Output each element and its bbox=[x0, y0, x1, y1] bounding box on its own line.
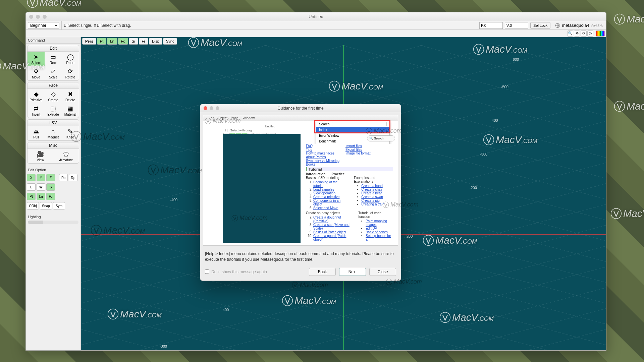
grid-tick: 200 bbox=[407, 234, 413, 238]
doc-link: Create a bear bbox=[361, 191, 382, 195]
view-tab-fc[interactable]: Fc bbox=[118, 38, 128, 45]
cmd-move[interactable]: ✥Move bbox=[28, 66, 45, 80]
cmd-label: Knife bbox=[66, 135, 74, 139]
cmd-delete[interactable]: ✖Delete bbox=[62, 89, 79, 103]
view-tab-ln[interactable]: Ln bbox=[107, 38, 117, 45]
cmd-label: Scale bbox=[49, 75, 57, 79]
view-tab-disp[interactable]: Disp bbox=[149, 38, 162, 45]
intro-heading: Introduction bbox=[306, 172, 325, 176]
back-button[interactable]: Back bbox=[309, 268, 336, 276]
status-hint: L=Select single. ⇧L=Select with drag. bbox=[61, 21, 477, 29]
lighting-slider[interactable] bbox=[28, 221, 78, 224]
window-title: Untitled bbox=[26, 14, 606, 19]
face-count[interactable]: F:0 bbox=[479, 22, 503, 29]
view-tab-pers[interactable]: Pers bbox=[82, 38, 96, 45]
dialog-buttons: Don't show this message again Back Next … bbox=[200, 265, 401, 281]
cmd-knife[interactable]: ✎Knife bbox=[62, 126, 79, 140]
edit-option-title: Edit Option bbox=[26, 167, 80, 173]
practice-heading: Practice bbox=[331, 172, 344, 176]
doc-link: Creating a train bbox=[361, 202, 384, 206]
cmd-extrude[interactable]: ⬚Extrude bbox=[45, 103, 62, 118]
cmd-view[interactable]: 🎥View bbox=[28, 149, 53, 163]
dont-show-checkbox[interactable]: Don't show this message again bbox=[205, 269, 267, 274]
cmd-group-l&v: L&V⛰Pull∩Magnet✎Knife bbox=[27, 119, 79, 141]
sym-button[interactable]: Sym bbox=[53, 202, 65, 209]
rc-button[interactable]: Rc bbox=[59, 174, 68, 181]
lighting-title: Lighting bbox=[26, 214, 80, 220]
armature-icon: ⬠ bbox=[61, 150, 71, 158]
tutorial-heading: Tutorial bbox=[306, 167, 393, 171]
pan-icon[interactable]: ✥ bbox=[574, 31, 580, 37]
grid-tick: 400 bbox=[223, 308, 229, 312]
axis-y-toggle[interactable]: Y bbox=[37, 174, 45, 181]
cmd-magnet[interactable]: ∩Magnet bbox=[45, 126, 62, 140]
pt-toggle[interactable]: Pt bbox=[27, 193, 36, 200]
cmd-create[interactable]: ◇Create bbox=[45, 89, 62, 103]
rotate-view-icon[interactable]: ⟳ bbox=[581, 31, 587, 37]
view-tab-pt[interactable]: Pt bbox=[97, 38, 106, 45]
screen-toggle[interactable]: S bbox=[46, 183, 55, 191]
snap-button[interactable]: Snap bbox=[40, 202, 52, 209]
axis-z-toggle[interactable]: Z bbox=[46, 174, 55, 181]
func-label: Tutorial of each function bbox=[358, 211, 381, 219]
vertex-count[interactable]: V:0 bbox=[505, 22, 528, 29]
orbit-icon[interactable]: ◎ bbox=[587, 31, 593, 37]
cmd-invert[interactable]: ⇄Invert bbox=[28, 103, 45, 118]
cmd-pull[interactable]: ⛰Pull bbox=[28, 126, 45, 140]
doc-link: Tips bbox=[306, 148, 312, 152]
view-tab-si[interactable]: Si bbox=[129, 38, 138, 45]
doc-link: Symmetry vs Mirroring bbox=[306, 159, 339, 163]
grid-tick: -500 bbox=[501, 85, 508, 89]
mode-select-label: Beginner bbox=[30, 23, 46, 28]
help-index-row: Index bbox=[316, 127, 389, 133]
view-tab-fr[interactable]: Fr bbox=[139, 38, 148, 45]
close-button[interactable]: Close bbox=[369, 268, 396, 276]
cmd-rotate[interactable]: ⟳Rotate bbox=[62, 66, 79, 80]
cmd-label: Pull bbox=[33, 135, 39, 139]
doc-link: Basic of bones bbox=[366, 230, 388, 234]
cobj-button[interactable]: CObj bbox=[27, 202, 39, 209]
chevron-down-icon: ▾ bbox=[55, 23, 57, 28]
delete-icon: ✖ bbox=[66, 90, 75, 98]
examples-label: Examples and Explanations bbox=[354, 176, 375, 183]
cmd-rope[interactable]: ◯Rope bbox=[62, 52, 79, 66]
doc-link: Image file format bbox=[345, 152, 370, 155]
sel-lock-button[interactable]: Sel Lock bbox=[530, 22, 550, 29]
help-search-row: Search bbox=[316, 121, 389, 127]
next-button[interactable]: Next bbox=[339, 268, 366, 276]
ln-toggle[interactable]: Ln bbox=[37, 193, 45, 200]
doc-link: Setting bones for a bbox=[366, 234, 391, 241]
doc-link: Create a primitive bbox=[313, 195, 339, 199]
color-gradient-icon[interactable] bbox=[596, 31, 605, 37]
cmd-rect[interactable]: ▭Rect bbox=[45, 52, 62, 66]
checkbox-icon[interactable] bbox=[205, 269, 209, 274]
rp-button[interactable]: Rp bbox=[69, 174, 77, 181]
zoom-icon[interactable]: 🔍 bbox=[567, 31, 573, 37]
version-label: Ver4.7.4c bbox=[591, 24, 603, 27]
cmd-group-title: Edit bbox=[28, 45, 79, 52]
cmd-label: Primitive bbox=[30, 98, 42, 102]
cmd-scale[interactable]: ⤢Scale bbox=[45, 66, 62, 80]
cmd-label: Rotate bbox=[65, 75, 75, 79]
dialog-text: [Help > Index] menu contains detailed de… bbox=[200, 248, 401, 265]
cmd-group-title: L&V bbox=[28, 120, 79, 126]
grid-tick: -200 bbox=[470, 186, 477, 190]
local-toggle[interactable]: L bbox=[27, 183, 36, 191]
invert-icon: ⇄ bbox=[32, 105, 41, 113]
grid-tick: -400 bbox=[490, 118, 498, 122]
axis-x-toggle[interactable]: X bbox=[27, 174, 36, 181]
titlebar[interactable]: Untitled bbox=[26, 12, 606, 21]
doc-link: Load samples bbox=[313, 188, 334, 191]
cmd-select[interactable]: ➤Select bbox=[28, 52, 45, 66]
cmd-material[interactable]: ▦Material bbox=[62, 103, 79, 118]
move-icon: ✥ bbox=[32, 67, 41, 75]
dialog-titlebar[interactable]: Guidance for the first time bbox=[200, 104, 401, 112]
world-toggle[interactable]: W bbox=[37, 183, 45, 191]
brand-label: metasequoia4 bbox=[562, 23, 589, 28]
cmd-armature[interactable]: ⬠Armature bbox=[53, 149, 79, 163]
cmd-primitive[interactable]: ◆Primitive bbox=[28, 89, 45, 103]
command-panel-title: Command bbox=[26, 37, 80, 44]
fc-toggle[interactable]: Fc bbox=[46, 193, 55, 200]
view-tab-sync[interactable]: Sync bbox=[163, 38, 177, 45]
mode-select[interactable]: Beginner ▾ bbox=[28, 22, 59, 29]
